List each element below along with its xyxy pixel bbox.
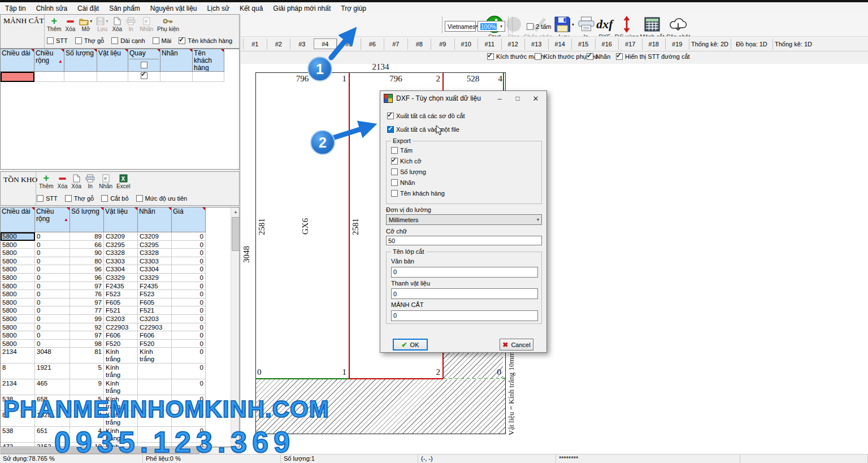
checkbox-box[interactable]	[391, 190, 398, 197]
checkbox-box[interactable]	[387, 112, 394, 119]
stock-cell[interactable]: C3329	[104, 274, 138, 282]
stock-cell[interactable]: 0	[35, 323, 70, 332]
stock-cell[interactable]: 2134	[1, 348, 35, 364]
tab-9[interactable]: #9	[431, 38, 454, 50]
stock-cell[interactable]: 97	[70, 331, 104, 340]
stock-cell[interactable]: 9	[70, 379, 104, 395]
stock-cell[interactable]: 5800	[1, 290, 35, 298]
close-icon[interactable]: ✕	[528, 94, 543, 103]
menu-item[interactable]: Kết quả	[235, 3, 268, 14]
stock-cell[interactable]: Kính trắng 10mm	[104, 379, 138, 395]
tab-8[interactable]: #8	[407, 38, 431, 50]
pieces-cell[interactable]	[193, 72, 224, 82]
stock-cell[interactable]: 5800	[1, 232, 35, 241]
stock-cell[interactable]: 0	[172, 232, 206, 241]
stock-cell[interactable]: F521	[138, 306, 172, 315]
stock-cell[interactable]: C3303	[104, 257, 138, 266]
stock-cell[interactable]: 90	[70, 249, 104, 257]
tab-10[interactable]: #10	[454, 38, 478, 50]
stock-cell[interactable]: F520	[138, 340, 172, 348]
stock-cell[interactable]: C3209	[138, 232, 172, 241]
export-option-checkbox[interactable]: Số lượng	[391, 168, 445, 175]
stock-cell[interactable]: 0	[172, 323, 206, 332]
stock-cell[interactable]: 538	[1, 427, 35, 443]
export-option-checkbox[interactable]: Kích cỡ	[391, 158, 445, 165]
stock-column-header[interactable]: Chiều rộng▲	[35, 207, 70, 232]
stock-cell[interactable]: 0	[172, 257, 206, 266]
stock-option-checkbox[interactable]: Cắt bỏ	[101, 195, 128, 202]
tab-14[interactable]: #14	[548, 38, 572, 50]
rotate-all-checkbox[interactable]	[141, 62, 147, 68]
stock-cell[interactable]: F521	[104, 306, 138, 315]
checkbox-box[interactable]	[587, 53, 593, 60]
menu-item[interactable]: Nguyên vật liệu	[145, 3, 202, 14]
in-button[interactable]: In	[126, 16, 136, 32]
layer-name-input[interactable]	[391, 288, 538, 299]
stock-cell[interactable]: 0	[35, 290, 70, 298]
table-row[interactable]: 5800089C3209C32090	[1, 232, 239, 241]
stock-cell[interactable]: 5800	[1, 340, 35, 348]
pieces-cell[interactable]	[1, 72, 34, 82]
stock-cell[interactable]: 5800	[1, 257, 35, 266]
checkbox-box[interactable]	[101, 195, 108, 202]
stock-cell[interactable]: 0	[172, 379, 206, 395]
checkbox-box[interactable]	[391, 158, 398, 165]
menu-item[interactable]: Lịch sử	[202, 3, 235, 14]
pieces-option-checkbox[interactable]: Dài cạnh	[111, 37, 145, 44]
table-row[interactable]: 5800096C3329C33290	[1, 274, 239, 282]
stock-cell[interactable]: C3203	[104, 315, 138, 323]
stock-option-checkbox[interactable]: Thợ gỗ	[65, 195, 94, 202]
export-option-checkbox[interactable]: Nhãn	[391, 179, 445, 186]
stock-cell[interactable]: C3304	[104, 265, 138, 274]
stock-cell[interactable]: 0	[35, 298, 70, 307]
stock-cell[interactable]: 5800	[1, 306, 35, 315]
stock-cell[interactable]: 0	[172, 265, 206, 274]
table-row[interactable]: 5800097F2435F24350	[1, 282, 239, 291]
tab-2[interactable]: #2	[267, 38, 290, 50]
checkbox-box[interactable]	[527, 23, 533, 30]
xóa-button[interactable]: Xóa	[58, 174, 68, 189]
stock-cell[interactable]: 89	[70, 232, 104, 241]
stock-cell[interactable]: 96	[70, 265, 104, 274]
stock-cell[interactable]: 0	[35, 274, 70, 282]
stock-cell[interactable]: 0	[35, 340, 70, 348]
menu-item[interactable]: Tập tin	[0, 3, 31, 14]
tab-7[interactable]: #7	[384, 38, 407, 50]
stock-cell[interactable]: 0	[35, 282, 70, 291]
stock-option-checkbox[interactable]: STT	[37, 195, 58, 202]
tab-3[interactable]: #3	[290, 38, 314, 50]
lưu-button[interactable]: ▾Lưu	[96, 16, 108, 32]
layer-name-input[interactable]	[391, 310, 538, 321]
stock-cell[interactable]: 80	[70, 257, 104, 266]
stock-cell[interactable]: C22903	[138, 323, 172, 332]
tab-15[interactable]: #15	[571, 38, 595, 50]
tab-thốngkê2d[interactable]: Thống kê: 2D	[689, 38, 731, 50]
tab-1[interactable]: #1	[243, 38, 267, 50]
stock-cell[interactable]: 1921	[35, 364, 70, 379]
tab-6[interactable]: #6	[361, 38, 384, 50]
stock-cell[interactable]: 472	[1, 443, 35, 447]
stock-cell[interactable]: 0	[172, 348, 206, 364]
thêm-button[interactable]: +Thêm	[47, 16, 62, 32]
minimize-icon[interactable]: –	[492, 94, 507, 103]
pieces-cell[interactable]	[128, 72, 160, 82]
xóa-button[interactable]: Xóa	[71, 174, 81, 189]
stock-cell[interactable]: Kính trắng 10mm	[138, 348, 172, 364]
table-row[interactable]: 819215Kính trắng 10mm0	[1, 364, 239, 379]
stock-cell[interactable]: 66	[70, 241, 104, 249]
export-option-checkbox[interactable]: Tên khách hàng	[391, 190, 445, 197]
two-sheets-checkbox[interactable]: 2 tấm	[527, 23, 552, 30]
pieces-option-checkbox[interactable]: Thợ gỗ	[75, 37, 104, 44]
tab-đồhọa1d[interactable]: Đồ họa: 1D	[731, 38, 772, 50]
stock-cell[interactable]: 5800	[1, 331, 35, 340]
stock-cell[interactable]: 98	[70, 340, 104, 348]
pieces-cell[interactable]	[34, 72, 64, 82]
tab-thốngkê1d[interactable]: Thống kê: 1D	[772, 38, 814, 50]
stock-cell[interactable]: 0	[172, 290, 206, 298]
maximize-icon[interactable]: □	[510, 94, 525, 102]
table-row[interactable]: 5800066C3295C32950	[1, 241, 239, 249]
stock-cell[interactable]: 0	[172, 274, 206, 282]
stock-cell[interactable]: 97	[70, 298, 104, 307]
stock-cell[interactable]: C3303	[138, 257, 172, 266]
nhãn-button[interactable]: #Nhãn	[140, 16, 153, 32]
